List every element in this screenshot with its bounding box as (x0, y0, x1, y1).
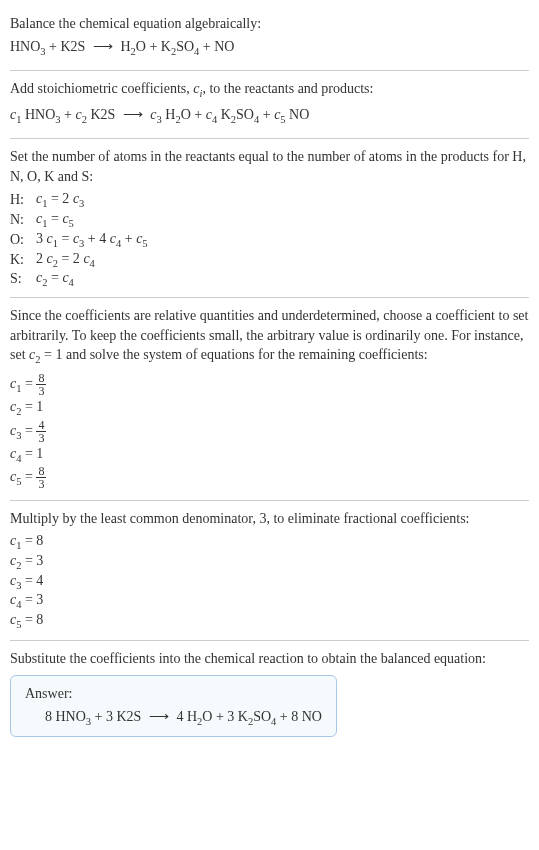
mult-coeffs: c1 = 8 c2 = 3 c3 = 4 c4 = 3 c5 = 8 (10, 533, 529, 630)
coeff-item: c3 = 4 (10, 573, 529, 591)
atoms-section: Set the number of atoms in the reactants… (10, 139, 529, 298)
intro-section: Balance the chemical equation algebraica… (10, 6, 529, 71)
final-section: Substitute the coefficients into the che… (10, 641, 529, 745)
fraction: 83 (36, 372, 46, 397)
eq-no: NO (214, 39, 234, 54)
eq-k2s: K2S (61, 39, 86, 54)
atoms-table: H: c1 = 2 c3 N: c1 = c5 O: 3 c1 = c3 + 4… (10, 190, 156, 289)
eq-h2o: H2O (120, 39, 146, 54)
atoms-intro: Set the number of atoms in the reactants… (10, 147, 529, 186)
mult-section: Multiply by the least common denominator… (10, 501, 529, 641)
arrow-icon: ⟶ (145, 709, 173, 724)
answer-box: Answer: 8 HNO3 + 3 K2S ⟶ 4 H2O + 3 K2SO4… (10, 675, 337, 738)
coeff-item: c1 = 83 (10, 372, 529, 397)
eq-hno3: HNO3 (10, 39, 46, 54)
eq-k2so4: K2SO4 (161, 39, 200, 54)
coeff-item: c1 = 8 (10, 533, 529, 551)
stoich-intro: Add stoichiometric coefficients, ci, to … (10, 79, 529, 101)
solve-coeffs: c1 = 83 c2 = 1 c3 = 43 c4 = 1 c5 = 83 (10, 372, 529, 491)
answer-label: Answer: (25, 686, 322, 702)
answer-equation: 8 HNO3 + 3 K2S ⟶ 4 H2O + 3 K2SO4 + 8 NO (25, 708, 322, 727)
fraction: 83 (36, 465, 46, 490)
coeff-item: c2 = 3 (10, 553, 529, 571)
mult-intro: Multiply by the least common denominator… (10, 509, 529, 529)
table-row: O: 3 c1 = c3 + 4 c4 + c5 (10, 230, 156, 250)
coeff-item: c5 = 83 (10, 465, 529, 490)
fraction: 43 (36, 419, 46, 444)
stoich-equation: c1 HNO3 + c2 K2S ⟶ c3 H2O + c4 K2SO4 + c… (10, 105, 529, 127)
intro-text: Balance the chemical equation algebraica… (10, 14, 529, 34)
solve-intro: Since the coefficients are relative quan… (10, 306, 529, 368)
arrow-icon: ⟶ (119, 107, 147, 122)
solve-section: Since the coefficients are relative quan… (10, 298, 529, 501)
coeff-item: c4 = 1 (10, 446, 529, 464)
table-row: K: 2 c2 = 2 c4 (10, 250, 156, 270)
coeff-item: c3 = 43 (10, 419, 529, 444)
table-row: N: c1 = c5 (10, 210, 156, 230)
coeff-item: c5 = 8 (10, 612, 529, 630)
table-row: H: c1 = 2 c3 (10, 190, 156, 210)
coeff-item: c2 = 1 (10, 399, 529, 417)
coeff-item: c4 = 3 (10, 592, 529, 610)
final-intro: Substitute the coefficients into the che… (10, 649, 529, 669)
stoich-section: Add stoichiometric coefficients, ci, to … (10, 71, 529, 139)
intro-equation: HNO3 + K2S ⟶ H2O + K2SO4 + NO (10, 37, 529, 59)
arrow-icon: ⟶ (89, 39, 117, 54)
table-row: S: c2 = c4 (10, 269, 156, 289)
